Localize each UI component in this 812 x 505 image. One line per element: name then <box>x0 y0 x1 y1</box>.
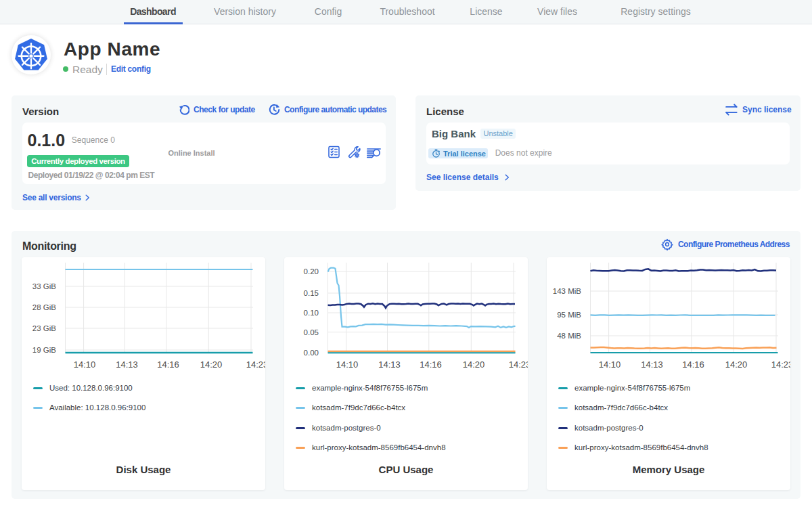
svg-text:14:13: 14:13 <box>641 359 663 370</box>
svg-text:0.20: 0.20 <box>304 267 319 276</box>
svg-text:48 MiB: 48 MiB <box>557 332 581 340</box>
svg-text:14:10: 14:10 <box>336 359 359 370</box>
svg-text:19 GiB: 19 GiB <box>32 346 56 354</box>
svg-text:143 MiB: 143 MiB <box>553 287 582 295</box>
svg-text:28 GiB: 28 GiB <box>32 303 56 311</box>
svg-text:33 GiB: 33 GiB <box>32 282 56 290</box>
svg-text:14:10: 14:10 <box>599 359 621 370</box>
svg-text:14:20: 14:20 <box>725 359 748 370</box>
svg-text:0.15: 0.15 <box>304 289 319 297</box>
svg-text:95 MiB: 95 MiB <box>557 311 581 319</box>
svg-text:14:13: 14:13 <box>116 359 138 370</box>
svg-text:14:23: 14:23 <box>246 359 265 370</box>
svg-text:14:13: 14:13 <box>378 359 401 370</box>
svg-text:23 GiB: 23 GiB <box>32 324 56 332</box>
svg-text:0.00: 0.00 <box>304 349 319 357</box>
svg-text:14:20: 14:20 <box>463 359 485 370</box>
svg-text:14:23: 14:23 <box>771 359 790 370</box>
svg-text:14:16: 14:16 <box>682 359 704 370</box>
svg-text:0.05: 0.05 <box>304 328 319 336</box>
svg-text:0.10: 0.10 <box>304 309 319 317</box>
svg-text:14:20: 14:20 <box>200 359 223 370</box>
svg-text:14:16: 14:16 <box>420 359 442 370</box>
svg-text:14:10: 14:10 <box>74 359 96 370</box>
svg-text:14:23: 14:23 <box>509 359 528 370</box>
svg-text:14:16: 14:16 <box>157 359 179 370</box>
